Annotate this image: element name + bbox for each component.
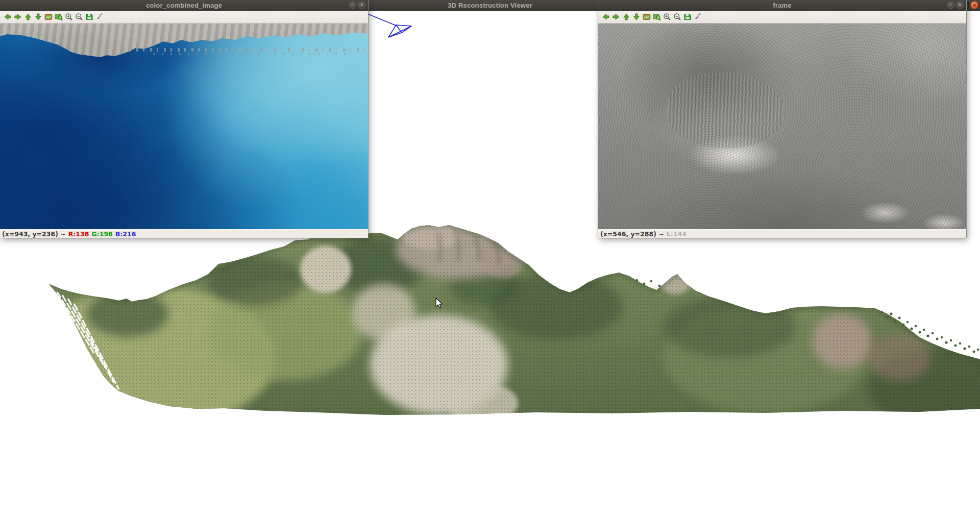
- pixel-red-value: R:138: [68, 230, 89, 238]
- left-window-titlebar[interactable]: color_combined_image − ×: [0, 0, 368, 11]
- save-image-icon[interactable]: [84, 12, 94, 22]
- depth-colormap-image[interactable]: [0, 23, 368, 229]
- display-properties-icon[interactable]: [94, 12, 105, 22]
- zoom-out-icon[interactable]: [672, 12, 682, 22]
- mouse-cursor: [435, 298, 445, 310]
- pixel-coords: (x=943, y=236) ~: [2, 230, 66, 238]
- boundary-speckles: [122, 48, 368, 52]
- left-window-toolbar: [0, 11, 368, 23]
- boundary-speckles-2: [153, 53, 348, 55]
- pan-left-icon[interactable]: [601, 12, 611, 22]
- pixel-coords: (x=546, y=288) ~: [600, 230, 664, 238]
- pan-down-icon[interactable]: [33, 12, 43, 22]
- zoom-in-icon[interactable]: [662, 12, 672, 22]
- pan-down-icon[interactable]: [631, 12, 642, 22]
- pixel-blue-value: B:216: [115, 230, 136, 238]
- window-color-combined-image: color_combined_image − × (x=943, y=236) …: [0, 0, 368, 238]
- pixel-luma-value: L:144: [667, 230, 687, 238]
- zoom-x30-region-icon[interactable]: [652, 12, 662, 22]
- left-window-title: color_combined_image: [146, 2, 222, 9]
- right-window-toolbar: [598, 11, 966, 23]
- main-window-title: 3D Reconstruction Viewer: [448, 2, 532, 9]
- pixel-green-value: G:196: [91, 230, 112, 238]
- pan-right-icon[interactable]: [611, 12, 621, 22]
- pan-right-icon[interactable]: [13, 12, 23, 22]
- zoom-x30-region-icon[interactable]: [54, 12, 64, 22]
- right-window-title: frame: [773, 2, 791, 9]
- right-window-titlebar[interactable]: frame − ×: [598, 0, 966, 11]
- save-image-icon[interactable]: [682, 12, 693, 22]
- close-button[interactable]: ×: [970, 1, 978, 9]
- zoom-x1-icon[interactable]: [43, 12, 54, 22]
- display-properties-icon[interactable]: [693, 12, 703, 22]
- foliage-texture: [598, 23, 966, 229]
- left-window-statusbar: (x=943, y=236) ~ R:138 G:196 B:216: [0, 229, 368, 238]
- zoom-x1-icon[interactable]: [642, 12, 652, 22]
- pan-up-icon[interactable]: [23, 12, 33, 22]
- zoom-out-icon[interactable]: [74, 12, 84, 22]
- right-window-statusbar: (x=546, y=288) ~ L:144: [598, 229, 966, 238]
- zoom-in-icon[interactable]: [64, 12, 74, 22]
- grayscale-frame-image[interactable]: [598, 23, 966, 229]
- window-frame: frame − × (x=546, y=288) ~ L:144: [598, 0, 966, 238]
- pan-left-icon[interactable]: [3, 12, 13, 22]
- minimize-button[interactable]: −: [349, 2, 356, 9]
- minimize-button[interactable]: −: [947, 2, 954, 9]
- pan-up-icon[interactable]: [621, 12, 631, 22]
- close-button[interactable]: ×: [358, 2, 365, 9]
- close-button[interactable]: ×: [957, 2, 964, 9]
- desktop: { "main_window": { "title": "3D Reconstr…: [0, 0, 980, 517]
